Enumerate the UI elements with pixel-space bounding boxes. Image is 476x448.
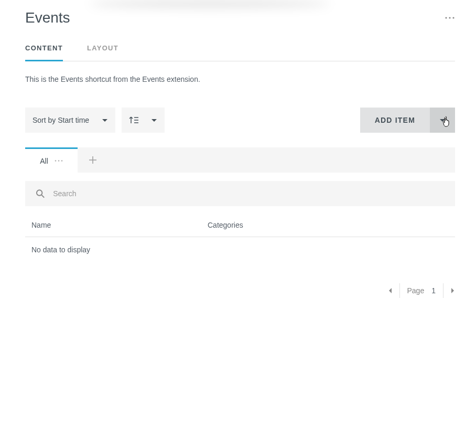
- search-bar: [25, 181, 455, 206]
- svg-point-11: [37, 190, 42, 196]
- sort-select-label: Sort by Start time: [33, 116, 89, 124]
- more-options-button[interactable]: [445, 16, 455, 19]
- svg-point-6: [55, 160, 56, 162]
- separator: [443, 283, 443, 298]
- svg-point-8: [61, 160, 62, 162]
- svg-line-12: [41, 195, 44, 198]
- add-item-button[interactable]: ADD ITEM: [360, 108, 430, 133]
- caret-down-icon: [102, 119, 108, 122]
- sort-select[interactable]: Sort by Start time: [25, 108, 115, 133]
- svg-point-7: [58, 160, 59, 162]
- search-input[interactable]: [53, 189, 445, 198]
- description-text: This is the Events shortcut from the Eve…: [25, 75, 455, 83]
- page-next-button[interactable]: [451, 287, 455, 294]
- more-dots-icon: [445, 16, 455, 19]
- sort-direction-select[interactable]: [122, 108, 165, 133]
- chevron-left-icon: [388, 287, 392, 294]
- caret-down-icon: [151, 119, 157, 122]
- plus-icon: [89, 156, 97, 164]
- add-item-dropdown[interactable]: [430, 108, 455, 133]
- filter-tab-all[interactable]: All: [25, 147, 78, 173]
- tab-content[interactable]: CONTENT: [25, 44, 63, 61]
- search-icon: [36, 189, 45, 198]
- column-header-categories[interactable]: Categories: [208, 221, 243, 229]
- primary-tabs: CONTENT LAYOUT: [25, 44, 455, 61]
- caret-down-icon: [439, 119, 446, 122]
- chevron-right-icon: [451, 287, 455, 294]
- table-header: Name Categories: [25, 206, 455, 237]
- pagination: Page 1: [25, 283, 455, 298]
- tab-layout[interactable]: LAYOUT: [87, 44, 118, 61]
- separator: [399, 283, 400, 298]
- svg-point-0: [445, 17, 447, 18]
- filter-tabs: All: [25, 147, 455, 173]
- svg-point-1: [449, 17, 450, 18]
- more-dots-icon: [55, 159, 63, 162]
- filter-tab-options[interactable]: [55, 159, 63, 162]
- empty-message: No data to display: [25, 237, 455, 262]
- page-label: Page: [407, 286, 425, 295]
- page-prev-button[interactable]: [388, 287, 392, 294]
- page-number: 1: [431, 286, 436, 295]
- sort-list-icon: [129, 116, 138, 124]
- column-header-name[interactable]: Name: [31, 221, 208, 229]
- filter-tab-all-label: All: [40, 157, 48, 165]
- svg-point-2: [452, 17, 454, 18]
- filter-tab-add[interactable]: [78, 147, 108, 173]
- page-title: Events: [25, 9, 70, 26]
